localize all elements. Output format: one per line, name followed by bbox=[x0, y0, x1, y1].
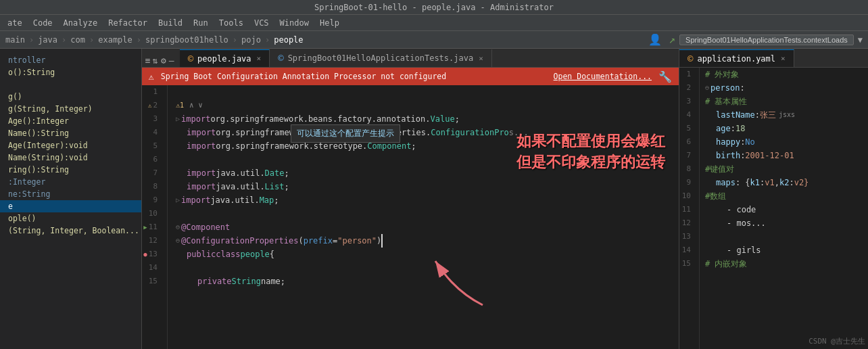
kw-class: class bbox=[216, 248, 240, 261]
code-content[interactable]: ⚠1 ∧ ∨ ▷ import org.springframework.bean… bbox=[168, 85, 679, 349]
tab-controls: ≡ ⇅ bbox=[142, 55, 161, 67]
tab-test-close[interactable]: × bbox=[479, 54, 483, 63]
yaml-fold-2[interactable]: ⊖ bbox=[705, 81, 709, 95]
code-line-5: import org.springframework.stereotype. C… bbox=[176, 139, 679, 153]
fold-9[interactable]: ▷ bbox=[176, 193, 180, 207]
sidebar-method-g[interactable]: g() bbox=[0, 91, 141, 103]
line-num-4: 4 bbox=[142, 126, 162, 139]
run-gutter-icon[interactable]: ▶ bbox=[143, 220, 147, 234]
yaml-line-12: - mos... bbox=[705, 216, 868, 230]
pkg-9: java.util. bbox=[210, 193, 259, 207]
sidebar-method-name[interactable]: Name():String bbox=[0, 127, 141, 139]
menu-help[interactable]: Help bbox=[315, 17, 344, 29]
yaml-xs-hint: jsxs bbox=[779, 108, 795, 122]
yaml-list-code: - code bbox=[727, 203, 756, 216]
sidebar-selected-e[interactable]: e bbox=[0, 200, 141, 212]
yaml-line-2: ⊖ person : bbox=[705, 81, 868, 95]
menu-tools[interactable]: Tools bbox=[214, 17, 248, 29]
tab-ctrl-icon1[interactable]: ≡ bbox=[145, 55, 151, 66]
sidebar-method-age[interactable]: Age():Integer bbox=[0, 115, 141, 127]
tab-people-close[interactable]: × bbox=[257, 54, 262, 63]
yaml-line-9: maps : { k1 : v1 , k2 : v2} bbox=[705, 176, 868, 189]
yaml-content[interactable]: # 外对象 ⊖ person : # 基本属性 lastName : bbox=[700, 68, 868, 349]
sidebar-method-setname[interactable]: Name(String):void bbox=[0, 152, 141, 164]
fold-12[interactable]: ⊖ bbox=[176, 234, 180, 248]
yaml-editor: 1 2 3 4 5 6 7 8 9 10 11 12 13 14 15 # 外对… bbox=[679, 68, 868, 349]
sidebar-method-sib[interactable]: (String, Integer, Boolean... bbox=[0, 225, 141, 237]
kw-import-7: import bbox=[187, 166, 216, 180]
yaml-panel: © application.yaml × 1 2 3 4 5 6 7 8 9 1… bbox=[679, 49, 868, 349]
run-config-btn[interactable]: SpringBoot01HelloApplicationTests.contex… bbox=[679, 34, 854, 45]
semi-3: ; bbox=[455, 112, 460, 126]
cls-value: Value bbox=[431, 112, 455, 126]
tab-people-java[interactable]: © people.java × bbox=[180, 49, 270, 67]
code-editor: 1 ⚠2 3 4 5 6 7 8 9 10 ▶11 12 ●13 14 bbox=[142, 85, 679, 349]
menu-refactor[interactable]: Refactor bbox=[103, 17, 152, 29]
yaml-tab-bar: © application.yaml × bbox=[679, 49, 868, 68]
kw-private: private bbox=[197, 275, 232, 288]
fold-11[interactable]: ⊖ bbox=[176, 220, 180, 234]
yaml-sep2-9: : bbox=[789, 176, 794, 189]
yn-5: 5 bbox=[679, 122, 694, 135]
nav-people[interactable]: people bbox=[274, 35, 303, 45]
yaml-colon-7: : bbox=[740, 149, 745, 162]
menu-ate[interactable]: ate bbox=[3, 17, 27, 29]
tab-ctrl-icon2[interactable]: ⇅ bbox=[153, 55, 158, 66]
yaml-tab-close[interactable]: × bbox=[781, 54, 786, 63]
nav-java[interactable]: java bbox=[38, 35, 57, 45]
kw-import-8: import bbox=[187, 180, 216, 193]
yaml-line-10: #数组 bbox=[705, 189, 868, 203]
warning-tool-icon[interactable]: 🔧 bbox=[658, 70, 672, 83]
warning-link[interactable]: Open Documentation... bbox=[554, 72, 652, 81]
nav-example[interactable]: example bbox=[98, 35, 132, 45]
nav-com[interactable]: com bbox=[70, 35, 85, 45]
sidebar-method-setage[interactable]: Age(Integer):void bbox=[0, 139, 141, 152]
yaml-colon-6: : bbox=[740, 135, 745, 149]
yaml-tab-label: application.yaml bbox=[697, 54, 775, 64]
nav-pojo[interactable]: pojo bbox=[241, 35, 261, 45]
menu-build[interactable]: Build bbox=[153, 17, 187, 29]
nav-right: 👤 ↗ SpringBoot01HelloApplicationTests.co… bbox=[648, 33, 863, 46]
sidebar: ntroller o():String g() g(String, Intege… bbox=[0, 49, 142, 349]
yaml-tab[interactable]: © application.yaml × bbox=[679, 49, 794, 67]
cursor: | bbox=[381, 234, 383, 248]
sidebar-method-gsi[interactable]: g(String, Integer) bbox=[0, 103, 141, 115]
nav-springboot[interactable]: springboot01hello bbox=[145, 35, 228, 45]
line-num-1: 1 bbox=[142, 85, 162, 99]
menu-analyze[interactable]: Analyze bbox=[59, 17, 103, 29]
code-line-6 bbox=[176, 153, 679, 166]
yaml-val-happy: No bbox=[745, 135, 754, 149]
line-num-10: 10 bbox=[142, 207, 162, 220]
yn-4: 4 bbox=[679, 108, 694, 122]
sidebar-method-o[interactable]: o():String bbox=[0, 66, 141, 78]
yaml-line-numbers: 1 2 3 4 5 6 7 8 9 10 11 12 13 14 15 bbox=[679, 68, 700, 349]
fold-3[interactable]: ▷ bbox=[176, 112, 180, 126]
cls-people: people bbox=[240, 248, 269, 261]
yaml-key-k1: k1 bbox=[750, 176, 760, 189]
code-line-3: ▷ import org.springframework.beans.facto… bbox=[176, 112, 679, 126]
line-num-14: 14 bbox=[142, 261, 162, 275]
line-num-3: 3 bbox=[142, 112, 162, 126]
code-line-10 bbox=[176, 207, 679, 220]
warning-text: Spring Boot Configuration Annotation Pro… bbox=[161, 72, 547, 81]
sidebar-field-int: :Integer bbox=[0, 176, 141, 188]
yaml-line-15: # 内嵌对象 bbox=[705, 257, 868, 271]
yaml-colon-4: : bbox=[755, 108, 760, 122]
yaml-key-maps: maps bbox=[716, 176, 736, 189]
menu-window[interactable]: Window bbox=[275, 17, 314, 29]
menu-vcs[interactable]: VCS bbox=[249, 17, 274, 29]
yaml-val-age: 18 bbox=[736, 122, 745, 135]
yaml-line-7: birth : 2001-12-01 bbox=[705, 149, 868, 162]
nav-dropdown-icon[interactable]: ▼ bbox=[858, 35, 863, 45]
menu-run[interactable]: Run bbox=[189, 17, 213, 29]
sidebar-method-ring[interactable]: ring():String bbox=[0, 164, 141, 176]
yaml-cmt-8: #键值对 bbox=[705, 162, 734, 176]
debug-gutter-icon[interactable]: ● bbox=[143, 248, 147, 261]
nav-main[interactable]: main bbox=[5, 35, 25, 45]
settings-icon[interactable]: ⚙ bbox=[161, 55, 166, 67]
sidebar-method-ople[interactable]: ople() bbox=[0, 212, 141, 225]
line-num-13: ●13 bbox=[142, 248, 162, 261]
minus-icon[interactable]: — bbox=[169, 55, 174, 67]
tab-springboottest[interactable]: © SpringBoot01HelloApplicationTests.java… bbox=[270, 49, 492, 67]
menu-code[interactable]: Code bbox=[28, 17, 57, 29]
